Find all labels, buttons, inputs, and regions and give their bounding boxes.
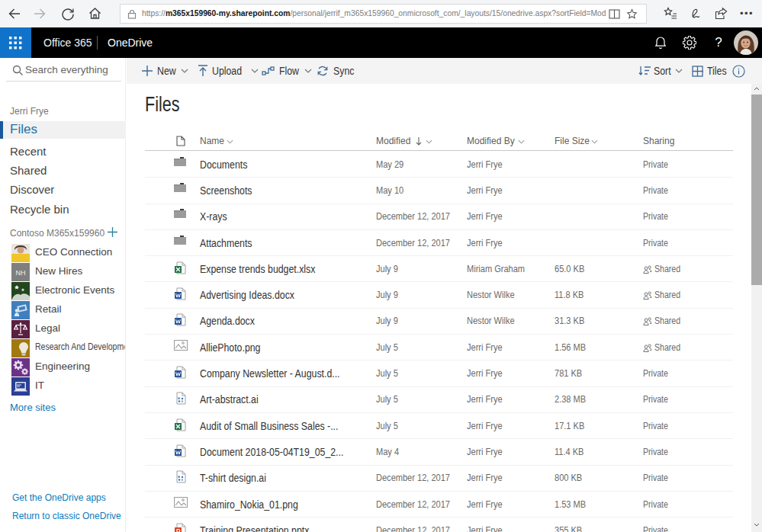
svg-text:NH: NH	[16, 269, 26, 277]
